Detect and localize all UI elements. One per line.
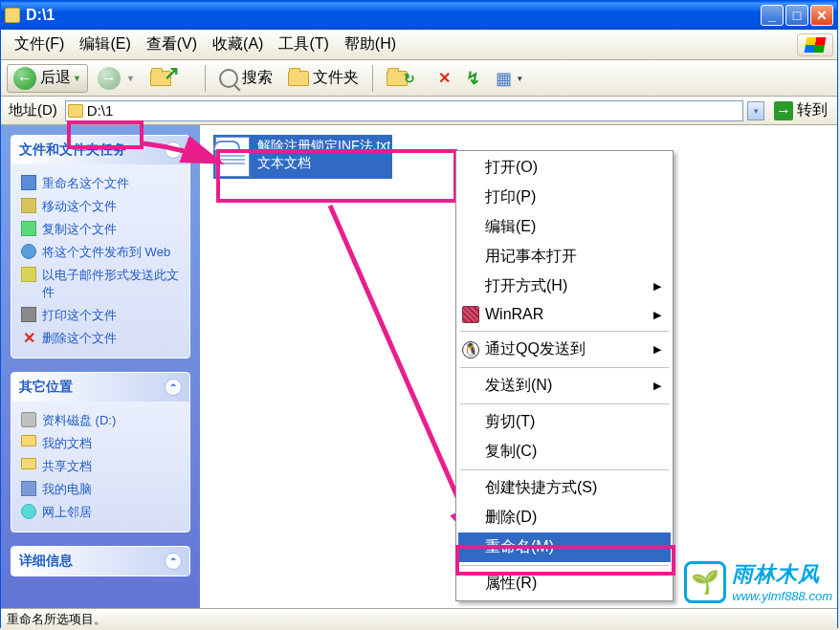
file-type: 文本文档 [257,154,390,171]
submenu-arrow-icon: ▶ [653,380,661,392]
watermark-name: 雨林木风 [732,560,832,589]
file-item[interactable]: 解除注册锁定INF法.txt 文本文档 [213,135,392,179]
menu-view[interactable]: 查看(V) [139,31,205,58]
cm-cut[interactable]: 剪切(T) [458,407,671,437]
cm-send-to[interactable]: 发送到(N)▶ [458,371,671,401]
sidebar: 文件和文件夹任务 ⌃ 重命名这个文件 移动这个文件 复制这个文件 将这个文件发布… [1,125,200,608]
address-path: D:\1 [87,102,741,119]
cancel-button[interactable]: ✕ [432,64,456,93]
go-arrow-icon: → [774,101,793,120]
context-menu: 打开(O) 打印(P) 编辑(E) 用记事本打开 打开方式(H)▶ WinRAR… [455,150,674,601]
task-delete[interactable]: ✕删除这个文件 [21,327,180,350]
collapse-icon: ⌃ [165,141,182,159]
cm-edit[interactable]: 编辑(E) [458,212,671,242]
watermark-url: www.ylmf888.com [732,589,832,603]
forward-button[interactable]: → ▼ [92,64,141,93]
titlebar: D:\1 _ □ ✕ [1,1,837,30]
maximize-button[interactable]: □ [785,5,808,26]
search-button[interactable]: 搜索 [213,64,278,93]
cm-delete[interactable]: 删除(D) [458,503,671,532]
qq-icon [462,341,479,358]
window-title: D:\1 [26,7,761,24]
status-bar: 重命名所选项目。 [1,608,837,629]
cm-shortcut[interactable]: 创建快捷方式(S) [458,473,671,503]
places-panel-header[interactable]: 其它位置 ⌃ [11,373,189,402]
tasks-panel-header[interactable]: 文件和文件夹任务 ⌃ [11,136,189,164]
address-folder-icon [68,104,83,118]
folders-button[interactable]: 文件夹 [282,64,365,93]
minimize-button[interactable]: _ [761,5,784,26]
file-name: 解除注册锁定INF法.txt [257,137,390,154]
task-copy[interactable]: 复制这个文件 [21,218,180,241]
check-icon: ↯ [466,68,480,89]
cm-qq-send[interactable]: 通过QQ发送到▶ [458,335,671,364]
apply-button[interactable]: ↯ [460,64,486,93]
details-panel-header[interactable]: 详细信息 ⌃ [11,547,189,576]
windows-logo-icon [797,33,833,56]
views-icon: ▦ [496,68,512,89]
menu-help[interactable]: 帮助(H) [337,31,404,58]
cm-open[interactable]: 打开(O) [458,153,671,183]
place-network[interactable]: 网上邻居 [21,501,180,524]
places-panel: 其它位置 ⌃ 资料磁盘 (D:) 我的文档 共享文档 我的电脑 网上邻居 [11,372,190,532]
explorer-window: D:\1 _ □ ✕ 文件(F) 编辑(E) 查看(V) 收藏(A) 工具(T)… [0,0,838,628]
x-icon: ✕ [438,69,451,87]
sync-button[interactable]: ↻ [381,64,429,93]
place-my-computer[interactable]: 我的电脑 [21,478,180,501]
cm-copy[interactable]: 复制(C) [458,437,671,467]
task-rename[interactable]: 重命名这个文件 [21,172,180,195]
cm-print[interactable]: 打印(P) [458,183,671,212]
back-button[interactable]: ← 后退 ▼ [7,64,88,93]
menu-file[interactable]: 文件(F) [7,31,72,58]
submenu-arrow-icon: ▶ [653,343,661,356]
address-dropdown[interactable]: ▾ [747,101,764,120]
cm-properties[interactable]: 属性(R) [458,569,671,598]
cm-notepad[interactable]: 用记事本打开 [458,242,671,272]
collapse-icon: ⌃ [165,553,182,570]
watermark: 🌱 雨林木风 www.ylmf888.com [684,560,832,603]
up-button[interactable]: ↗ [144,64,197,93]
details-panel: 详细信息 ⌃ [11,546,190,576]
task-move[interactable]: 移动这个文件 [21,195,180,218]
close-button[interactable]: ✕ [810,5,833,26]
place-disk-d[interactable]: 资料磁盘 (D:) [21,409,180,432]
status-text: 重命名所选项目。 [7,611,106,628]
text-file-icon [215,137,250,177]
task-publish-web[interactable]: 将这个文件发布到 Web [21,241,180,264]
submenu-arrow-icon: ▶ [653,309,661,321]
cm-winrar[interactable]: WinRAR▶ [458,301,671,328]
place-shared-documents[interactable]: 共享文档 [21,455,180,478]
address-label: 地址(D) [5,101,61,119]
menu-edit[interactable]: 编辑(E) [72,31,138,58]
go-button[interactable]: → 转到 [768,98,833,122]
menu-tools[interactable]: 工具(T) [271,31,336,58]
place-my-documents[interactable]: 我的文档 [21,432,180,455]
collapse-icon: ⌃ [165,379,182,396]
task-email[interactable]: 以电子邮件形式发送此文件 [21,264,180,304]
back-arrow-icon: ← [13,67,36,90]
folder-icon [5,8,20,23]
task-print[interactable]: 打印这个文件 [21,304,180,327]
search-icon [219,69,238,88]
menu-bar: 文件(F) 编辑(E) 查看(V) 收藏(A) 工具(T) 帮助(H) [1,30,837,60]
submenu-arrow-icon: ▶ [653,280,661,293]
address-bar: 地址(D) D:\1 ▾ → 转到 [1,97,837,125]
winrar-icon [462,306,479,323]
forward-arrow-icon: → [98,67,121,90]
toolbar: ← 后退 ▼ → ▼ ↗ 搜索 文件夹 ↻ ✕ ↯ [1,60,837,97]
cm-rename[interactable]: 重命名(M) [458,532,671,562]
tasks-panel: 文件和文件夹任务 ⌃ 重命名这个文件 移动这个文件 复制这个文件 将这个文件发布… [11,135,190,358]
watermark-logo-icon: 🌱 [684,561,726,603]
views-button[interactable]: ▦ ▾ [490,64,528,93]
folders-icon [288,71,309,86]
cm-open-with[interactable]: 打开方式(H)▶ [458,272,671,301]
menu-favorites[interactable]: 收藏(A) [205,31,271,58]
address-input[interactable]: D:\1 [65,100,743,121]
